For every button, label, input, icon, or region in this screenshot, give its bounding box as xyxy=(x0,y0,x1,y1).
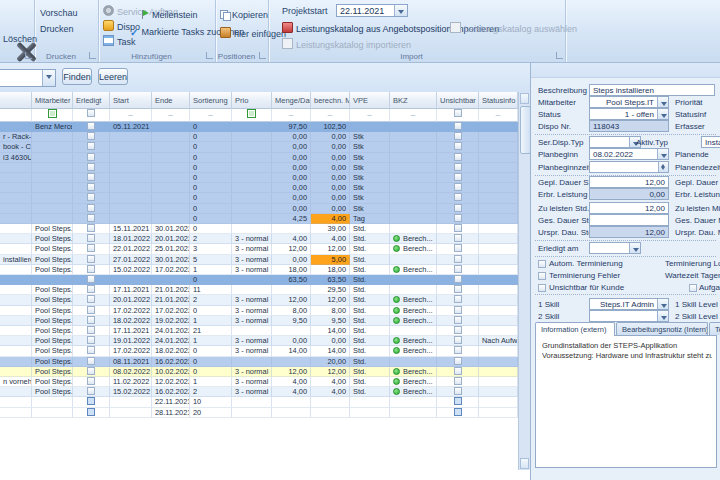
grid-cell-uns[interactable] xyxy=(437,173,479,183)
grid-cell-erl[interactable] xyxy=(73,234,110,244)
grid-cell-prio[interactable]: 3 - normal xyxy=(232,295,272,305)
grid-cell-start[interactable]: 08.02.2022 xyxy=(110,367,152,377)
grid-cell-erl[interactable] xyxy=(73,306,110,316)
grid-cell-mit[interactable]: Pool Steps.IT xyxy=(32,377,73,387)
grid-cell-erl[interactable] xyxy=(73,132,110,142)
grid-cell-prio[interactable]: 3 - normal xyxy=(232,316,272,326)
grid-cell-mit[interactable] xyxy=(32,163,73,173)
invisible-checkbox[interactable] xyxy=(454,132,462,140)
grid-cell-ende[interactable] xyxy=(152,163,190,173)
grid-cell-vpe[interactable] xyxy=(350,408,390,418)
grid-cell-desc[interactable] xyxy=(0,408,32,418)
grid-cell-uns[interactable] xyxy=(437,122,479,132)
grid-cell-ber[interactable]: 0,00 xyxy=(311,183,350,193)
grid-cell-ende[interactable] xyxy=(152,193,190,203)
table-row[interactable]: 00,000,00Stk xyxy=(0,163,518,173)
grid-cell-ber[interactable]: 0,00 xyxy=(311,173,350,183)
grid-cell-erl[interactable] xyxy=(73,204,110,214)
table-row[interactable]: Pool Steps.IT17.11.202124.01.20222114,00… xyxy=(0,326,518,336)
column-header-Ende[interactable]: Ende xyxy=(152,92,190,109)
grid-cell-uns[interactable] xyxy=(437,336,479,346)
grid-cell-menge[interactable]: 8,00 xyxy=(272,306,311,316)
table-row[interactable]: Pool Steps.IT18.01.202220.01.202223 - no… xyxy=(0,234,518,244)
select-catalog-button[interactable]: Leistungskatalog auswählen xyxy=(450,22,577,34)
grid-cell-erl[interactable] xyxy=(73,316,110,326)
grid-cell-mit[interactable] xyxy=(32,153,73,163)
grid-cell-status[interactable] xyxy=(479,214,518,224)
done-checkbox[interactable] xyxy=(87,397,95,405)
grid-cell-mit[interactable] xyxy=(32,408,73,418)
grid-cell-uns[interactable] xyxy=(437,357,479,367)
grid-cell-ende[interactable]: 10.02.2022 xyxy=(152,367,190,377)
grid-cell-menge[interactable] xyxy=(272,285,311,295)
table-row[interactable]: Pool Steps.IT22.01.202225.01.202233 - no… xyxy=(0,244,518,254)
grid-cell-sort[interactable]: 0 xyxy=(190,346,232,356)
column-header-VPE[interactable]: VPE xyxy=(350,92,390,109)
grid-cell-ende[interactable]: 17.02.2022 xyxy=(152,265,190,275)
grid-cell-desc[interactable]: r - Rack-... xyxy=(0,132,32,142)
filter-cell-start[interactable]: – xyxy=(110,109,152,122)
grid-cell-ende[interactable]: 12.02.2022 xyxy=(152,377,190,387)
info-textarea[interactable]: Grundinstallation der STEPS-Applikation … xyxy=(535,335,717,468)
grid-cell-uns[interactable] xyxy=(437,224,479,234)
grid-cell-sort[interactable]: 2 xyxy=(190,387,232,397)
done-checkbox[interactable] xyxy=(87,285,95,293)
grid-cell-start[interactable] xyxy=(110,173,152,183)
grid-cell-uns[interactable] xyxy=(437,163,479,173)
erbr-leistung-std--field[interactable]: 0,00 xyxy=(589,188,669,200)
grid-cell-prio[interactable] xyxy=(232,214,272,224)
grid-cell-sort[interactable]: 1 xyxy=(190,377,232,387)
grid-cell-bkz[interactable]: Berech... xyxy=(390,316,437,326)
table-row[interactable]: book - Co...00,000,00Stk xyxy=(0,142,518,152)
tab-information-extern[interactable]: Information (extern) xyxy=(535,322,615,336)
grid-cell-erl[interactable] xyxy=(73,163,110,173)
invisible-checkbox[interactable] xyxy=(454,173,462,181)
grid-cell-mit[interactable]: Pool Steps.IT xyxy=(32,295,73,305)
grid-cell-status[interactable] xyxy=(479,397,518,407)
filter-cell-uns[interactable] xyxy=(437,109,479,122)
filter-cell-desc[interactable] xyxy=(0,109,32,122)
grid-cell-status[interactable] xyxy=(479,153,518,163)
grid-cell-menge[interactable]: 0,00 xyxy=(272,153,311,163)
grid-cell-start[interactable] xyxy=(110,397,152,407)
done-checkbox[interactable] xyxy=(87,265,95,273)
grid-cell-mit[interactable]: Pool Steps.IT xyxy=(32,224,73,234)
grid-cell-bkz[interactable]: Berech... xyxy=(390,265,437,275)
grid-cell-mit[interactable]: Pool Steps.IT xyxy=(32,244,73,254)
grid-cell-status[interactable] xyxy=(479,224,518,234)
tab-bearbeitungsnotiz-intern[interactable]: Bearbeitungsnotiz (Intern) xyxy=(616,322,708,335)
vertical-scrollbar[interactable] xyxy=(518,92,530,470)
grid-cell-status[interactable] xyxy=(479,183,518,193)
grid-cell-start[interactable] xyxy=(110,132,152,142)
grid-cell-vpe[interactable]: Std. xyxy=(350,336,390,346)
grid-cell-menge[interactable]: 18,00 xyxy=(272,265,311,275)
table-row[interactable]: 28.11.202120 xyxy=(0,408,518,418)
filter-cell-mit[interactable] xyxy=(32,109,73,122)
grid-cell-prio[interactable] xyxy=(232,163,272,173)
grid-cell-menge[interactable]: 14,00 xyxy=(272,346,311,356)
spinner-icon[interactable] xyxy=(658,162,668,172)
invisible-checkbox[interactable] xyxy=(454,204,462,212)
grid-cell-vpe[interactable]: Std. xyxy=(350,224,390,234)
invisible-checkbox[interactable] xyxy=(454,295,462,303)
table-row[interactable]: Pool Steps.IT15.02.202217.02.202213 - no… xyxy=(0,265,518,275)
panel-checkbox[interactable] xyxy=(538,260,546,268)
filter-checkbox[interactable] xyxy=(454,109,462,117)
grid-cell-ber[interactable] xyxy=(311,397,350,407)
grid-cell-start[interactable]: 08.11.2021 xyxy=(110,357,152,367)
table-row[interactable]: n vorneh...Pool Steps.IT11.02.202212.02.… xyxy=(0,377,518,387)
grid-cell-start[interactable]: 05.11.2021 xyxy=(110,122,152,132)
grid-cell-bkz[interactable] xyxy=(390,408,437,418)
done-checkbox[interactable] xyxy=(87,193,95,201)
grid-cell-uns[interactable] xyxy=(437,265,479,275)
grid-cell-ende[interactable]: 24.01.2022 xyxy=(152,326,190,336)
grid-cell-menge[interactable] xyxy=(272,397,311,407)
grid-cell-vpe[interactable]: Std. xyxy=(350,265,390,275)
grid-cell-erl[interactable] xyxy=(73,122,110,132)
grid-cell-start[interactable]: 17.02.2022 xyxy=(110,306,152,316)
grid-cell-vpe[interactable]: Std. xyxy=(350,346,390,356)
grid-cell-vpe[interactable]: Std. xyxy=(350,326,390,336)
ges-dauer-std--field[interactable] xyxy=(589,214,669,226)
invisible-checkbox[interactable] xyxy=(454,336,462,344)
grid-cell-bkz[interactable]: Berech... xyxy=(390,234,437,244)
